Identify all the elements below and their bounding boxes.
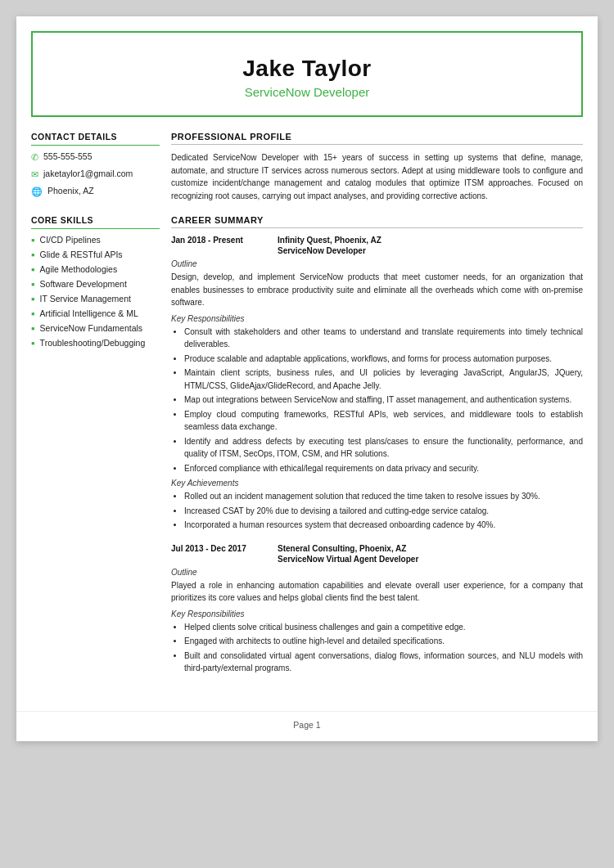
profile-text: Dedicated ServiceNow Developer with 15+ …	[171, 151, 583, 202]
location-icon: 🌐	[31, 187, 43, 197]
sidebar: CONTACT DETAILS ✆ 555-555-555 ✉ jaketayl…	[16, 132, 160, 704]
list-item: Engaged with architects to outline high-…	[184, 635, 583, 648]
career-achievements-label-1: Key Achievements	[171, 479, 583, 488]
contact-section: CONTACT DETAILS ✆ 555-555-555 ✉ jaketayl…	[31, 132, 160, 197]
list-item: Consult with stakeholders and other team…	[184, 326, 583, 351]
contact-title: CONTACT DETAILS	[31, 132, 160, 146]
skill-item: ▪ Agile Methodologies	[31, 264, 160, 275]
skill-item: ▪ Software Development	[31, 279, 160, 290]
skill-bullet-icon: ▪	[31, 264, 35, 275]
email-icon: ✉	[31, 169, 38, 180]
skill-label: CI/CD Pipelines	[40, 235, 101, 245]
page-number: Page 1	[293, 720, 320, 730]
list-item: Produce scalable and adaptable applicati…	[184, 353, 583, 366]
career-header-row-2: Jul 2013 - Dec 2017 Steneral Consulting,…	[171, 543, 583, 564]
career-responsibilities-list-1: Consult with stakeholders and other team…	[171, 326, 583, 475]
list-item: Helped clients solve critical business c…	[184, 621, 583, 634]
career-org-block-1: Infinity Quest, Phoenix, AZ ServiceNow D…	[278, 235, 583, 255]
main-layout: CONTACT DETAILS ✆ 555-555-555 ✉ jaketayl…	[16, 132, 598, 704]
skill-label: ServiceNow Fundamentals	[40, 323, 142, 333]
career-outline-text-1: Design, develop, and implement ServiceNo…	[171, 271, 583, 309]
skill-bullet-icon: ▪	[31, 323, 35, 334]
career-responsibilities-label-1: Key Responsibilities	[171, 314, 583, 323]
career-entry-1: Jan 2018 - Present Infinity Quest, Phoen…	[171, 235, 583, 532]
contact-phone: ✆ 555-555-555	[31, 151, 160, 163]
career-section-title: CAREER SUMMARY	[171, 215, 583, 228]
skill-bullet-icon: ▪	[31, 279, 35, 290]
skill-bullet-icon: ▪	[31, 308, 35, 319]
career-outline-text-2: Played a role in enhancing automation ca…	[171, 579, 583, 605]
candidate-title: ServiceNow Developer	[82, 85, 532, 99]
career-org-block-2: Steneral Consulting, Phoenix, AZ Service…	[278, 543, 583, 564]
list-item: Employ cloud computing frameworks, RESTf…	[184, 408, 583, 434]
skills-section: CORE SKILLS ▪ CI/CD Pipelines ▪ Glide & …	[31, 215, 160, 349]
skill-label: Glide & RESTful APIs	[40, 250, 123, 259]
career-dates-1: Jan 2018 - Present	[171, 235, 278, 245]
skill-bullet-icon: ▪	[31, 250, 35, 260]
contact-location: 🌐 Phoenix, AZ	[31, 186, 160, 197]
skill-item: ▪ IT Service Management	[31, 294, 160, 304]
list-item: Map out integrations between ServiceNow …	[184, 394, 583, 407]
career-dates-2: Jul 2013 - Dec 2017	[171, 543, 278, 553]
skill-item: ▪ Glide & RESTful APIs	[31, 250, 160, 260]
skill-item: ▪ CI/CD Pipelines	[31, 235, 160, 245]
contact-email: ✉ jaketaylor1@gmail.com	[31, 169, 160, 180]
skill-bullet-icon: ▪	[31, 294, 35, 304]
list-item: Enforced compliance with ethical/legal r…	[184, 462, 583, 475]
career-section: CAREER SUMMARY Jan 2018 - Present Infini…	[171, 215, 583, 675]
resume-page: Jake Taylor ServiceNow Developer CONTACT…	[16, 16, 598, 741]
career-entry-2: Jul 2013 - Dec 2017 Steneral Consulting,…	[171, 543, 583, 675]
skill-label: Troubleshooting/Debugging	[40, 338, 146, 348]
career-org-1: Infinity Quest, Phoenix, AZ	[278, 235, 583, 246]
skill-label: IT Service Management	[40, 294, 131, 304]
list-item: Maintain client scripts, business rules,…	[184, 367, 583, 392]
list-item: Built and consolidated virtual agent con…	[184, 650, 583, 675]
career-role-2: ServiceNow Virtual Agent Developer	[278, 555, 583, 564]
list-item: Increased CSAT by 20% due to devising a …	[184, 505, 583, 518]
skill-label: Agile Methodologies	[40, 264, 118, 274]
skill-label: Software Development	[40, 279, 127, 289]
skills-title: CORE SKILLS	[31, 215, 160, 229]
main-content: PROFESSIONAL PROFILE Dedicated ServiceNo…	[160, 132, 598, 704]
skill-item: ▪ Artificial Intelligence & ML	[31, 308, 160, 319]
candidate-name: Jake Taylor	[82, 56, 532, 82]
page-footer: Page 1	[16, 711, 598, 741]
location-text: Phoenix, AZ	[47, 186, 94, 196]
phone-text: 555-555-555	[43, 151, 93, 161]
career-responsibilities-label-2: Key Responsibilities	[171, 609, 583, 618]
skill-bullet-icon: ▪	[31, 235, 35, 245]
career-achievements-list-1: Rolled out an incident management soluti…	[171, 490, 583, 532]
career-outline-label-1: Outline	[171, 259, 583, 268]
skill-item: ▪ Troubleshooting/Debugging	[31, 338, 160, 349]
profile-section-title: PROFESSIONAL PROFILE	[171, 132, 583, 145]
skill-bullet-icon: ▪	[31, 338, 35, 349]
career-role-1: ServiceNow Developer	[278, 246, 583, 255]
career-org-2: Steneral Consulting, Phoenix, AZ	[278, 543, 583, 555]
skill-label: Artificial Intelligence & ML	[40, 308, 138, 318]
skill-item: ▪ ServiceNow Fundamentals	[31, 323, 160, 334]
list-item: Rolled out an incident management soluti…	[184, 490, 583, 503]
profile-section: PROFESSIONAL PROFILE Dedicated ServiceNo…	[171, 132, 583, 202]
list-item: Identify and address defects by executin…	[184, 435, 583, 461]
list-item: Incorporated a human resources system th…	[184, 519, 583, 532]
header-section: Jake Taylor ServiceNow Developer	[31, 31, 583, 117]
career-outline-label-2: Outline	[171, 568, 583, 577]
career-header-row-1: Jan 2018 - Present Infinity Quest, Phoen…	[171, 235, 583, 255]
career-responsibilities-list-2: Helped clients solve critical business c…	[171, 621, 583, 675]
email-text: jaketaylor1@gmail.com	[43, 169, 133, 178]
phone-icon: ✆	[31, 152, 38, 163]
